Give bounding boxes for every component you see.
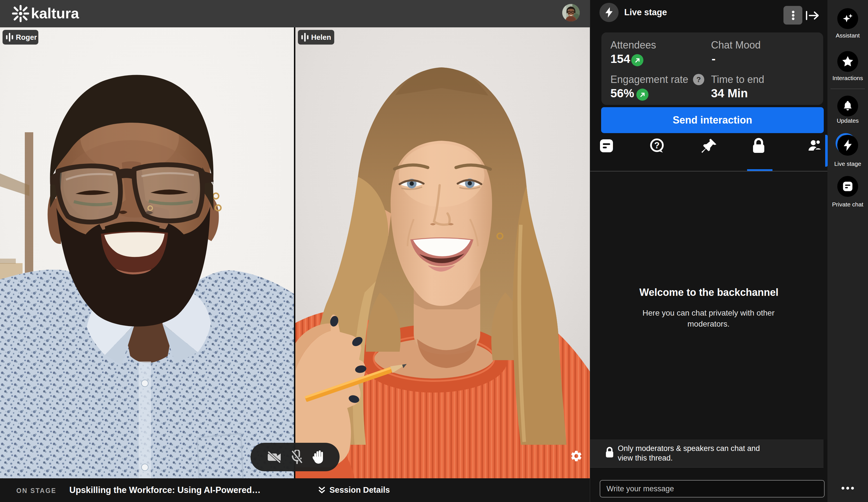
svg-text:kaltura: kaltura (31, 5, 80, 21)
svg-text:?: ? (654, 140, 660, 150)
